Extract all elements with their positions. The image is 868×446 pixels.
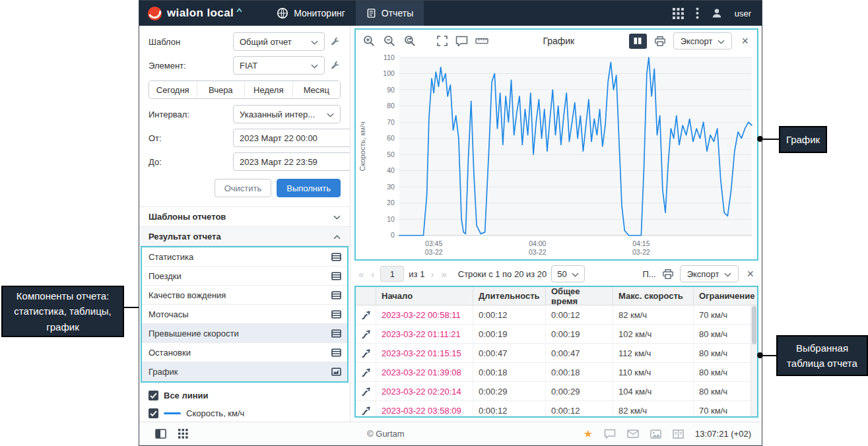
unit-select[interactable]: FIAT [233, 56, 325, 75]
range-today-button[interactable]: Сегодня [149, 81, 197, 98]
report-table-panel: Начало Длительность Общее время Макс. ск… [354, 286, 758, 418]
svg-text:10: 10 [387, 215, 395, 223]
table-row[interactable]: 2023-03-22 01:11:210:00:190:00:19102 км/… [356, 325, 757, 344]
table-close-icon[interactable]: × [745, 268, 756, 280]
report-component-item[interactable]: Превышение скорости [142, 324, 347, 343]
user-icon[interactable] [711, 7, 723, 19]
from-row: От: [149, 129, 341, 147]
table-row[interactable]: 2023-03-22 03:58:090:00:120:00:1282 км/ч… [356, 401, 757, 416]
report-component-item[interactable]: Моточасы [142, 305, 347, 324]
clear-button[interactable]: Очистить [215, 179, 272, 197]
table-row[interactable]: 2023-03-22 00:58:110:00:120:00:1282 км/ч… [356, 305, 757, 325]
zoom-in-icon[interactable] [362, 34, 376, 48]
table-export-button[interactable]: Экспорт [680, 265, 739, 282]
cell-duration: 0:00:19 [473, 325, 545, 344]
star-icon[interactable]: ★ [584, 429, 593, 439]
page-of-label: из 1 [409, 269, 424, 279]
report-components-list: СтатистикаПоездкиКачество вожденияМоточа… [141, 246, 349, 383]
cell-start: 2023-03-22 01:39:08 [376, 363, 473, 382]
column-header-max-speed[interactable]: Макс. скорость [613, 287, 693, 305]
speeding-icon [356, 325, 376, 344]
last-page-icon[interactable]: » [440, 269, 448, 280]
speed-line-swatch [164, 412, 181, 414]
brand-caret-icon [236, 8, 242, 13]
kebab-menu-icon[interactable] [696, 7, 699, 19]
cell-total-time: 0:00:12 [545, 401, 613, 416]
table-scrollbar-thumb[interactable] [752, 306, 756, 344]
image-icon[interactable] [650, 430, 661, 439]
user-name[interactable]: user [735, 9, 751, 18]
cell-total-time: 0:00:29 [545, 382, 613, 401]
template-label: Шаблон [149, 37, 233, 47]
table-row[interactable]: 2023-03-22 01:39:080:00:180:00:18110 км/… [356, 363, 757, 382]
interval-select[interactable]: Указанный интер... [233, 105, 341, 123]
news-icon[interactable] [673, 430, 684, 439]
execute-button[interactable]: Выполнить [277, 179, 341, 197]
report-component-item[interactable]: Поездки [142, 267, 347, 286]
range-month-button[interactable]: Месяц [292, 81, 341, 98]
print-icon[interactable] [654, 36, 666, 47]
chart-title: График [496, 36, 622, 46]
legend-toggle-button[interactable] [629, 34, 647, 49]
template-select[interactable]: Общий отчет [233, 32, 325, 51]
cell-duration: 0:00:29 [473, 382, 545, 401]
tab-reports[interactable]: Отчеты [356, 1, 424, 26]
report-component-item[interactable]: График [142, 362, 347, 381]
svg-text:50: 50 [387, 150, 395, 158]
speed-chart[interactable]: 010203040506070809010011003:4503-2204:00… [356, 52, 757, 259]
comment-icon[interactable] [455, 36, 468, 47]
column-header-total-time[interactable]: Общее время [545, 287, 613, 305]
table-row[interactable]: 2023-03-22 01:15:150:00:470:00:47112 км/… [356, 344, 757, 363]
speed-series-checkbox[interactable] [149, 408, 158, 418]
wialon-logo-icon [147, 6, 162, 21]
print-icon[interactable] [662, 269, 674, 280]
zoom-reset-icon[interactable] [403, 34, 417, 48]
chart-body: 010203040506070809010011003:4503-2204:00… [356, 52, 757, 259]
callout-table: Выбранная таблица отчета [776, 335, 868, 376]
table-row[interactable]: 2023-03-22 02:20:140:00:290:00:29104 км/… [356, 382, 757, 401]
next-page-icon[interactable]: › [429, 269, 435, 280]
panels-toggle-icon[interactable] [155, 429, 166, 439]
cell-limit: 80 км/ч [693, 344, 757, 363]
report-component-label: Статистика [149, 252, 193, 262]
page-size-select[interactable]: 50 [551, 265, 584, 282]
section-report-templates[interactable]: Шаблоны отчетов [139, 207, 350, 226]
report-component-item[interactable]: Качество вождения [142, 286, 347, 305]
from-input[interactable] [233, 129, 351, 147]
apps-grid-icon[interactable] [673, 8, 684, 19]
cell-max-speed: 110 км/ч [613, 363, 693, 382]
ruler-icon[interactable] [475, 36, 488, 46]
screenshot-canvas: Компоненты отчета: статистика, таблицы, … [0, 0, 868, 446]
mail-icon[interactable] [627, 430, 639, 438]
fullscreen-icon[interactable] [436, 35, 448, 47]
cell-start: 2023-03-22 00:58:11 [376, 305, 473, 325]
grid-view-icon[interactable] [178, 429, 188, 439]
to-input[interactable] [233, 152, 351, 171]
column-header-limit[interactable]: Ограничение [693, 287, 758, 305]
column-header-start[interactable]: Начало [376, 287, 473, 305]
section-report-result[interactable]: Результат отчета [139, 226, 350, 246]
range-week-button[interactable]: Неделя [244, 81, 292, 98]
first-page-icon[interactable]: « [357, 269, 365, 280]
cell-total-time: 0:00:19 [545, 325, 613, 344]
column-header-duration[interactable]: Длительность [473, 287, 545, 305]
export-label: Экспорт [681, 36, 713, 46]
wrench-icon[interactable] [331, 37, 341, 47]
all-lines-checkbox[interactable] [149, 391, 158, 400]
chat-icon[interactable] [604, 429, 616, 439]
chart-icon [331, 367, 341, 376]
wrench-icon[interactable] [331, 61, 341, 71]
interval-select-value: Указанный интер... [240, 110, 315, 119]
svg-text:40: 40 [387, 166, 395, 174]
tab-monitoring[interactable]: Мониторинг [266, 1, 356, 26]
chart-close-icon[interactable]: × [739, 35, 751, 47]
callout-connector-line [763, 139, 780, 140]
page-number-input[interactable] [380, 266, 404, 282]
chart-export-button[interactable]: Экспорт [673, 32, 733, 49]
zoom-out-icon[interactable] [383, 34, 396, 48]
report-component-item[interactable]: Остановки [142, 343, 347, 362]
table-scrollbar[interactable] [751, 305, 757, 416]
prev-page-icon[interactable]: ‹ [370, 269, 376, 280]
report-component-item[interactable]: Статистика [142, 247, 347, 267]
range-yesterday-button[interactable]: Вчера [197, 81, 245, 98]
